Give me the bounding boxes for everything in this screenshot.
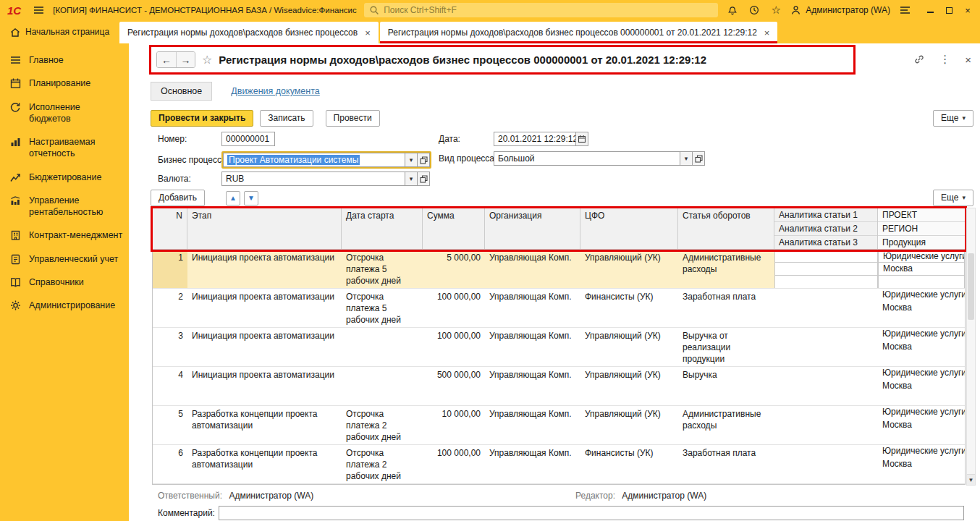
- cell-start-date[interactable]: [342, 328, 423, 366]
- cell-article[interactable]: Заработная плата: [678, 289, 774, 327]
- cell-start-date[interactable]: Отсрочка платежа 2 рабочих дней: [342, 445, 423, 483]
- grid-row[interactable]: 2 Инициация проекта автоматизации Отсроч…: [153, 289, 965, 328]
- cell-article[interactable]: Административные расходы: [678, 250, 774, 288]
- cell-start-date[interactable]: Отсрочка платежа 5 рабочих дней: [342, 289, 423, 327]
- cell-article[interactable]: Заработная плата: [678, 445, 774, 483]
- cell-organization[interactable]: Управляющая Комп.: [485, 328, 580, 366]
- sidebar-item-management-accounting[interactable]: Управленческий учет: [0, 247, 129, 271]
- post-and-close-button[interactable]: Провести и закрыть: [151, 110, 253, 127]
- cell-start-date[interactable]: [342, 367, 423, 405]
- cell-analytics-labels[interactable]: [774, 445, 878, 483]
- cell-cfo[interactable]: Управляющий (УК): [580, 406, 678, 444]
- notifications-bell-icon[interactable]: [725, 3, 740, 17]
- grid-more-button[interactable]: Еще▾: [933, 190, 973, 206]
- cell-organization[interactable]: Управляющая Комп.: [485, 367, 580, 405]
- cell-sum[interactable]: 100 000,00: [423, 445, 485, 483]
- cell-analytics-values[interactable]: Юридические услуги Москва: [878, 250, 965, 288]
- sidebar-item-administration[interactable]: Администрирование: [0, 294, 129, 317]
- cell-stage[interactable]: Инициация проекта автоматизации: [187, 289, 342, 327]
- cell-analytics-labels[interactable]: [774, 289, 878, 327]
- cell-stage[interactable]: Инициация проекта автоматизации: [187, 328, 342, 366]
- date-input[interactable]: 20.01.2021 12:29:12: [494, 132, 576, 146]
- cell-analytics-values[interactable]: Юридические услуги Москва: [878, 328, 965, 366]
- close-form-icon[interactable]: ×: [965, 54, 971, 66]
- favorites-star-icon[interactable]: ☆: [769, 3, 783, 17]
- cell-analytics-values[interactable]: Юридические услуги Москва: [878, 367, 965, 405]
- process-kind-input[interactable]: Большой: [494, 151, 680, 166]
- sidebar-item-custom-reporting[interactable]: Настраиваемая отчетность: [0, 130, 129, 166]
- cell-n[interactable]: 1: [153, 250, 187, 288]
- cell-organization[interactable]: Управляющая Комп.: [485, 406, 580, 444]
- choose-dropdown-icon[interactable]: ▾: [680, 151, 693, 166]
- more-actions-icon[interactable]: ⋮: [939, 53, 950, 66]
- scrollbar-thumb[interactable]: [968, 253, 974, 320]
- global-search-input[interactable]: Поиск Ctrl+Shift+F: [364, 3, 718, 17]
- cell-analytics-values[interactable]: Юридические услуги Москва: [878, 289, 965, 327]
- cell-cfo[interactable]: Управляющий (УК): [580, 328, 678, 366]
- open-icon[interactable]: [418, 153, 430, 167]
- grid-row[interactable]: 6 Разработка концепции проекта автоматиз…: [153, 445, 965, 484]
- cell-analytics-values[interactable]: Юридические услуги Москва: [878, 406, 965, 444]
- cell-article[interactable]: Административные расходы: [678, 406, 774, 444]
- minimize-button[interactable]: [922, 3, 938, 17]
- cell-cfo[interactable]: Финансисты (УК): [580, 445, 678, 483]
- history-clock-icon[interactable]: [747, 3, 761, 17]
- move-row-up-button[interactable]: ▲: [226, 191, 240, 206]
- favorite-star-icon[interactable]: ☆: [202, 53, 212, 67]
- service-menu-icon[interactable]: [897, 3, 912, 17]
- grid-vertical-scrollbar[interactable]: ▼: [966, 208, 976, 486]
- cell-start-date[interactable]: Отсрочка платежа 5 рабочих дней: [342, 250, 423, 288]
- cell-analytics-values[interactable]: Юридические услуги Москва: [878, 445, 965, 483]
- post-button[interactable]: Провести: [326, 110, 380, 127]
- cell-stage[interactable]: Инициация проекта автоматизации: [187, 367, 342, 405]
- tab-close-icon[interactable]: ×: [764, 27, 770, 38]
- sidebar-item-budgeting[interactable]: Бюджетирование: [0, 166, 129, 189]
- write-button[interactable]: Записать: [260, 110, 313, 127]
- cell-cfo[interactable]: Финансисты (УК): [580, 289, 678, 327]
- main-menu-icon[interactable]: [31, 3, 46, 17]
- cell-stage[interactable]: Разработка концепции проекта автоматизац…: [187, 445, 342, 483]
- sidebar-item-directories[interactable]: Справочники: [0, 271, 129, 294]
- sidebar-item-budget-execution[interactable]: Исполнение бюджетов: [0, 96, 129, 131]
- choose-dropdown-icon[interactable]: ▾: [405, 153, 418, 167]
- tab-main[interactable]: Основное: [151, 82, 212, 101]
- cell-analytics-labels[interactable]: [774, 250, 878, 288]
- cell-cfo[interactable]: Управляющий (УК): [580, 250, 678, 288]
- cell-sum[interactable]: 100 000,00: [423, 289, 485, 327]
- user-menu[interactable]: Администратор (WA): [790, 5, 890, 15]
- cell-organization[interactable]: Управляющая Комп.: [485, 250, 580, 288]
- comment-input[interactable]: [219, 506, 964, 520]
- tab-registration-list[interactable]: Регистрация нормы доходов\расходов бизне…: [119, 22, 379, 43]
- scrollbar-down-arrow-icon[interactable]: ▼: [967, 474, 975, 485]
- tab-close-icon[interactable]: ×: [365, 27, 371, 38]
- cell-organization[interactable]: Управляющая Комп.: [485, 289, 580, 327]
- choose-dropdown-icon[interactable]: ▾: [405, 171, 418, 186]
- cell-n[interactable]: 4: [153, 367, 187, 405]
- cell-analytics-labels[interactable]: [774, 406, 878, 444]
- sidebar-item-contract-management[interactable]: Контракт-менеджмент: [0, 224, 129, 247]
- move-row-down-button[interactable]: ▼: [244, 191, 258, 206]
- cell-analytics-labels[interactable]: [774, 328, 878, 366]
- back-button[interactable]: ←: [157, 52, 176, 67]
- cell-n[interactable]: 6: [153, 445, 187, 483]
- cell-organization[interactable]: Управляющая Комп.: [485, 445, 580, 483]
- cell-article[interactable]: Выручка: [678, 367, 774, 405]
- add-row-button[interactable]: Добавить: [151, 190, 205, 206]
- sidebar-item-profitability[interactable]: Управление рентабельностью: [0, 189, 129, 224]
- business-process-input[interactable]: Проект Автоматизации системы: [223, 153, 405, 167]
- cell-stage[interactable]: Разработка концепции проекта автоматизац…: [187, 406, 342, 444]
- maximize-button[interactable]: [941, 3, 957, 17]
- cell-n[interactable]: 2: [153, 289, 187, 327]
- grid-row[interactable]: 3 Инициация проекта автоматизации 100 00…: [153, 328, 965, 367]
- number-input[interactable]: 000000001: [221, 132, 275, 146]
- get-link-icon[interactable]: [913, 54, 925, 65]
- forward-button[interactable]: →: [176, 52, 195, 67]
- tab-document-movements[interactable]: Движения документа: [231, 86, 319, 101]
- sidebar-item-main[interactable]: Главное: [0, 48, 129, 72]
- cell-cfo[interactable]: Управляющий (УК): [580, 367, 678, 405]
- more-button[interactable]: Еще▾: [933, 110, 973, 127]
- cell-start-date[interactable]: Отсрочка платежа 2 рабочих дней: [342, 406, 423, 444]
- grid-row[interactable]: 1 Инициация проекта автоматизации Отсроч…: [153, 250, 965, 289]
- open-icon[interactable]: [693, 151, 705, 166]
- tab-registration-document[interactable]: Регистрация нормы доходов\расходов бизне…: [380, 22, 778, 43]
